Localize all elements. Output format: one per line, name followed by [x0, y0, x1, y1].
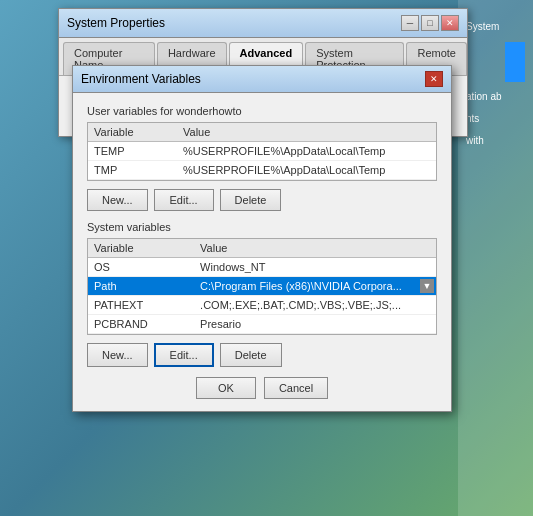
user-variables-table: Variable Value TEMP %USERPROFILE%\AppDat…	[88, 123, 436, 180]
side-panel: System ation ab nts with	[458, 0, 533, 516]
table-row[interactable]: PCBRAND Presario	[88, 315, 436, 334]
env-dialog-body: User variables for wonderhowto Variable …	[73, 93, 451, 411]
user-variables-table-container: Variable Value TEMP %USERPROFILE%\AppDat…	[87, 122, 437, 181]
user-edit-button[interactable]: Edit...	[154, 189, 214, 211]
side-info-text: ation ab	[466, 90, 525, 104]
ok-button[interactable]: OK	[196, 377, 256, 399]
user-var-value: %USERPROFILE%\AppData\Local\Temp	[177, 161, 436, 180]
user-buttons-row: New... Edit... Delete	[87, 189, 437, 211]
system-props-title: System Properties	[67, 16, 165, 30]
table-row[interactable]: TMP %USERPROFILE%\AppData\Local\Temp	[88, 161, 436, 180]
environment-variables-dialog: Environment Variables ✕ User variables f…	[72, 65, 452, 412]
sys-var-name-selected: Path	[88, 277, 194, 296]
system-edit-button[interactable]: Edit...	[154, 343, 214, 367]
cancel-button[interactable]: Cancel	[264, 377, 328, 399]
sys-var-name: PATHEXT	[88, 296, 194, 315]
system-props-titlebar: System Properties ─ □ ✕	[59, 9, 467, 38]
side-nts-text: nts	[466, 112, 525, 126]
system-variables-table: Variable Value OS Windows_NT Path C:\Pro…	[88, 239, 436, 334]
user-var-value: %USERPROFILE%\AppData\Local\Temp	[177, 142, 436, 161]
sys-var-name: PCBRAND	[88, 315, 194, 334]
maximize-button[interactable]: □	[421, 15, 439, 31]
table-row-selected[interactable]: Path C:\Program Files (x86)\NVIDIA Corpo…	[88, 277, 436, 296]
user-delete-button[interactable]: Delete	[220, 189, 282, 211]
sys-var-value-selected: C:\Program Files (x86)\NVIDIA Corpora...…	[194, 277, 436, 296]
side-block-blue	[505, 42, 525, 82]
user-new-button[interactable]: New...	[87, 189, 148, 211]
sys-var-value: Presario	[194, 315, 436, 334]
user-col-value: Value	[177, 123, 436, 142]
env-dialog-title: Environment Variables	[81, 72, 201, 86]
side-system-text: System	[466, 20, 525, 34]
scrollbar-thumb[interactable]: ▼	[420, 279, 434, 293]
sys-var-value: .COM;.EXE;.BAT;.CMD;.VBS;.VBE;.JS;...	[194, 296, 436, 315]
user-var-name: TMP	[88, 161, 177, 180]
close-button[interactable]: ✕	[441, 15, 459, 31]
side-with-text: with	[466, 134, 525, 148]
sys-var-value: Windows_NT	[194, 258, 436, 277]
user-col-variable: Variable	[88, 123, 177, 142]
window-controls: ─ □ ✕	[401, 15, 459, 31]
env-dialog-titlebar: Environment Variables ✕	[73, 66, 451, 93]
env-close-button[interactable]: ✕	[425, 71, 443, 87]
user-section-label: User variables for wonderhowto	[87, 105, 437, 117]
sys-col-variable: Variable	[88, 239, 194, 258]
system-variables-table-container: Variable Value OS Windows_NT Path C:\Pro…	[87, 238, 437, 335]
system-buttons-row: New... Edit... Delete	[87, 343, 437, 367]
user-var-name: TEMP	[88, 142, 177, 161]
table-row[interactable]: PATHEXT .COM;.EXE;.BAT;.CMD;.VBS;.VBE;.J…	[88, 296, 436, 315]
sys-var-name: OS	[88, 258, 194, 277]
minimize-button[interactable]: ─	[401, 15, 419, 31]
ok-cancel-row: OK Cancel	[87, 377, 437, 399]
system-section-label: System variables	[87, 221, 437, 233]
system-new-button[interactable]: New...	[87, 343, 148, 367]
table-row[interactable]: OS Windows_NT	[88, 258, 436, 277]
system-delete-button[interactable]: Delete	[220, 343, 282, 367]
table-row[interactable]: TEMP %USERPROFILE%\AppData\Local\Temp	[88, 142, 436, 161]
sys-col-value: Value	[194, 239, 436, 258]
